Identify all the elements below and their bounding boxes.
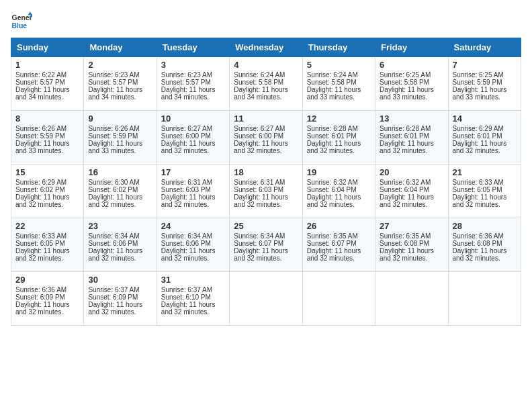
sunrise: Sunrise: 6:33 AM [15,232,66,240]
svg-text:General: General [12,14,32,21]
daylight: Daylight: 11 hours and 34 minutes. [15,86,70,101]
day-cell-1: 1Sunrise: 6:22 AMSunset: 5:57 PMDaylight… [11,57,84,111]
daylight: Daylight: 11 hours and 32 minutes. [88,301,142,316]
day-number: 9 [88,113,152,124]
daylight: Daylight: 11 hours and 32 minutes. [234,140,288,154]
daylight: Daylight: 11 hours and 32 minutes. [15,193,70,208]
daylight: Daylight: 11 hours and 32 minutes. [161,140,216,154]
sunset: Sunset: 5:59 PM [453,79,502,86]
sunrise: Sunrise: 6:34 AM [88,232,139,240]
day-cell-7: 7Sunrise: 6:25 AMSunset: 5:59 PMDaylight… [448,57,521,111]
week-row-5: 29Sunrise: 6:36 AMSunset: 6:09 PMDayligh… [11,272,521,326]
day-cell-27: 27Sunrise: 6:35 AMSunset: 6:08 PMDayligh… [375,218,448,272]
daylight: Daylight: 11 hours and 32 minutes. [234,247,288,262]
sunset: Sunset: 6:02 PM [88,186,138,193]
logo-icon: General Blue [11,11,32,32]
daylight: Daylight: 11 hours and 34 minutes. [161,86,216,101]
day-number: 2 [88,60,152,70]
sunrise: Sunrise: 6:23 AM [88,71,139,79]
sunrise: Sunrise: 6:25 AM [380,71,431,79]
calendar-table: SundayMondayTuesdayWednesdayThursdayFrid… [11,38,521,326]
empty-cell [302,272,375,326]
daylight: Daylight: 11 hours and 32 minutes. [15,247,70,262]
day-number: 3 [161,60,225,70]
day-cell-12: 12Sunrise: 6:28 AMSunset: 6:01 PMDayligh… [302,111,375,165]
daylight: Daylight: 11 hours and 32 minutes. [453,247,507,262]
sunset: Sunset: 6:03 PM [234,186,283,193]
sunset: Sunset: 5:57 PM [161,79,211,86]
sunset: Sunset: 6:04 PM [380,186,429,193]
week-row-1: 1Sunrise: 6:22 AMSunset: 5:57 PMDaylight… [11,57,521,111]
sunset: Sunset: 6:01 PM [453,132,502,140]
day-number: 16 [88,167,152,177]
calendar-body: 1Sunrise: 6:22 AMSunset: 5:57 PMDaylight… [11,57,521,326]
sunset: Sunset: 5:59 PM [88,132,138,140]
day-number: 30 [88,275,152,285]
day-cell-23: 23Sunrise: 6:34 AMSunset: 6:06 PMDayligh… [84,218,157,272]
day-number: 8 [15,113,79,124]
sunset: Sunset: 6:09 PM [15,293,65,301]
day-cell-2: 2Sunrise: 6:23 AMSunset: 5:57 PMDaylight… [84,57,157,111]
daylight: Daylight: 11 hours and 34 minutes. [234,86,288,101]
day-number: 4 [234,60,298,70]
daylight: Daylight: 11 hours and 33 minutes. [15,140,70,154]
day-number: 20 [380,167,443,177]
daylight: Daylight: 11 hours and 32 minutes. [307,193,361,208]
daylight: Daylight: 11 hours and 32 minutes. [161,301,216,316]
day-cell-10: 10Sunrise: 6:27 AMSunset: 6:00 PMDayligh… [157,111,229,165]
sunrise: Sunrise: 6:31 AM [161,179,212,186]
logo: General Blue [11,11,32,32]
daylight: Daylight: 11 hours and 32 minutes. [307,140,361,154]
day-cell-16: 16Sunrise: 6:30 AMSunset: 6:02 PMDayligh… [84,165,157,218]
day-number: 22 [15,221,79,231]
daylight: Daylight: 11 hours and 32 minutes. [380,140,434,154]
day-number: 13 [380,113,443,124]
day-cell-20: 20Sunrise: 6:32 AMSunset: 6:04 PMDayligh… [375,165,448,218]
sunset: Sunset: 6:01 PM [380,132,429,140]
day-number: 21 [453,167,517,177]
day-number: 19 [307,167,371,177]
sunset: Sunset: 6:00 PM [234,132,283,140]
sunrise: Sunrise: 6:27 AM [234,125,285,132]
sunset: Sunset: 6:04 PM [307,186,357,193]
daylight: Daylight: 11 hours and 32 minutes. [15,301,70,316]
daylight: Daylight: 11 hours and 33 minutes. [380,86,434,101]
sunset: Sunset: 5:57 PM [15,79,65,86]
day-cell-9: 9Sunrise: 6:26 AMSunset: 5:59 PMDaylight… [84,111,157,165]
sunset: Sunset: 6:01 PM [307,132,357,140]
empty-cell [375,272,448,326]
dow-header-friday: Friday [375,38,448,57]
daylight: Daylight: 11 hours and 34 minutes. [88,86,142,101]
day-cell-24: 24Sunrise: 6:34 AMSunset: 6:06 PMDayligh… [157,218,229,272]
day-cell-22: 22Sunrise: 6:33 AMSunset: 6:05 PMDayligh… [11,218,84,272]
sunrise: Sunrise: 6:29 AM [15,179,66,186]
day-number: 17 [161,167,225,177]
sunset: Sunset: 6:08 PM [453,240,502,247]
day-cell-25: 25Sunrise: 6:34 AMSunset: 6:07 PMDayligh… [230,218,302,272]
day-number: 11 [234,113,298,124]
daylight: Daylight: 11 hours and 33 minutes. [307,86,361,101]
sunrise: Sunrise: 6:25 AM [453,71,504,79]
sunset: Sunset: 6:05 PM [15,240,65,247]
day-cell-28: 28Sunrise: 6:36 AMSunset: 6:08 PMDayligh… [448,218,521,272]
sunrise: Sunrise: 6:30 AM [88,179,139,186]
sunrise: Sunrise: 6:23 AM [161,71,212,79]
sunset: Sunset: 5:57 PM [88,79,138,86]
sunrise: Sunrise: 6:35 AM [380,232,431,240]
dow-header-tuesday: Tuesday [157,38,229,57]
sunrise: Sunrise: 6:34 AM [161,232,212,240]
day-number: 23 [88,221,152,231]
sunrise: Sunrise: 6:36 AM [453,232,504,240]
sunset: Sunset: 6:07 PM [234,240,283,247]
daylight: Daylight: 11 hours and 33 minutes. [88,140,142,154]
sunrise: Sunrise: 6:36 AM [15,286,66,293]
day-number: 15 [15,167,79,177]
sunset: Sunset: 5:59 PM [15,132,65,140]
sunrise: Sunrise: 6:28 AM [307,125,358,132]
sunrise: Sunrise: 6:26 AM [88,125,139,132]
sunset: Sunset: 6:06 PM [88,240,138,247]
sunset: Sunset: 5:58 PM [234,79,283,86]
day-cell-19: 19Sunrise: 6:32 AMSunset: 6:04 PMDayligh… [302,165,375,218]
sunset: Sunset: 6:07 PM [307,240,357,247]
sunset: Sunset: 6:09 PM [88,293,138,301]
